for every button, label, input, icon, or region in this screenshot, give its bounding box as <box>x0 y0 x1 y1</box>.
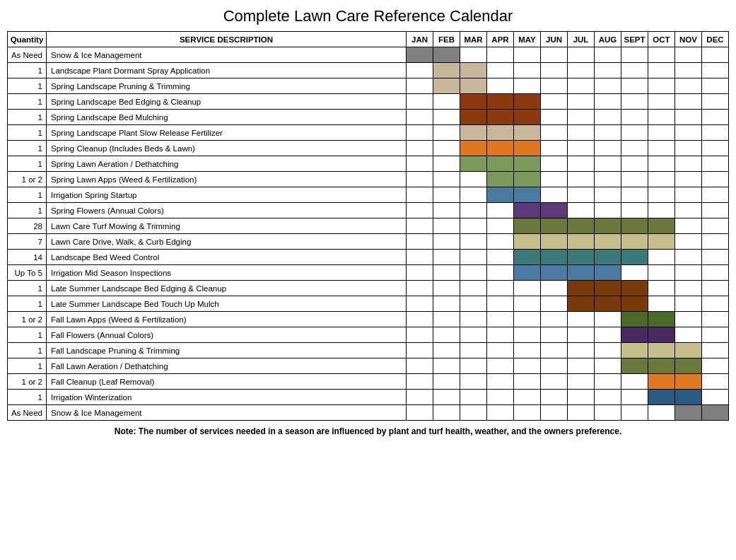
cell-2-7 <box>595 78 621 94</box>
cell-12-7 <box>595 234 621 250</box>
cell-13-9 <box>648 250 675 265</box>
cell-0-0 <box>407 47 433 63</box>
cell-9-11 <box>702 187 729 203</box>
cell-8-6 <box>568 172 595 187</box>
cell-19-4 <box>514 343 541 358</box>
cell-13-6 <box>568 250 595 265</box>
cell-11-10 <box>675 218 702 234</box>
cell-6-1 <box>433 141 460 156</box>
cell-4-4 <box>514 110 541 125</box>
cell-10-8 <box>621 203 648 218</box>
cell-13-10 <box>675 250 702 265</box>
header-qty: Quantity <box>8 32 47 47</box>
cell-9-3 <box>487 187 514 203</box>
cell-20-0 <box>407 358 433 374</box>
cell-13-11 <box>702 250 729 265</box>
cell-7-11 <box>702 156 729 172</box>
cell-1-9 <box>648 63 675 78</box>
cell-6-9 <box>648 141 675 156</box>
cell-14-4 <box>514 265 541 281</box>
cell-8-3 <box>487 172 514 187</box>
cell-20-7 <box>595 358 621 374</box>
cell-9-1 <box>433 187 460 203</box>
cell-14-11 <box>702 265 729 281</box>
cell-4-0 <box>407 110 433 125</box>
cell-21-8 <box>621 374 648 390</box>
cell-8-4 <box>514 172 541 187</box>
cell-6-3 <box>487 141 514 156</box>
cell-0-1 <box>433 47 460 63</box>
cell-6-11 <box>702 141 729 156</box>
cell-15-10 <box>675 281 702 296</box>
cell-11-8 <box>621 218 648 234</box>
cell-14-5 <box>541 265 568 281</box>
cell-5-7 <box>595 125 621 141</box>
cell-19-3 <box>487 343 514 358</box>
cell-1-0 <box>407 63 433 78</box>
row-desc-5: Spring Landscape Plant Slow Release Fert… <box>47 125 407 141</box>
row-desc-18: Fall Flowers (Annual Colors) <box>47 327 407 343</box>
cell-5-10 <box>675 125 702 141</box>
cell-3-4 <box>514 94 541 110</box>
cell-6-8 <box>621 141 648 156</box>
row-desc-16: Late Summer Landscape Bed Touch Up Mulch <box>47 296 407 312</box>
cell-18-0 <box>407 327 433 343</box>
cell-3-10 <box>675 94 702 110</box>
cell-23-10 <box>675 405 702 421</box>
cell-22-10 <box>675 390 702 405</box>
cell-7-7 <box>595 156 621 172</box>
cell-16-10 <box>675 296 702 312</box>
row-qty-9: 1 <box>8 187 47 203</box>
cell-13-8 <box>621 250 648 265</box>
cell-2-4 <box>514 78 541 94</box>
row-desc-9: Irrigation Spring Startup <box>47 187 407 203</box>
cell-2-6 <box>568 78 595 94</box>
cell-13-3 <box>487 250 514 265</box>
cell-3-9 <box>648 94 675 110</box>
cell-19-10 <box>675 343 702 358</box>
cell-14-0 <box>407 265 433 281</box>
row-qty-15: 1 <box>8 281 47 296</box>
cell-16-4 <box>514 296 541 312</box>
cell-21-1 <box>433 374 460 390</box>
cell-5-0 <box>407 125 433 141</box>
row-qty-7: 1 <box>8 156 47 172</box>
header-desc: SERVICE DESCRIPTION <box>47 32 407 47</box>
cell-6-2 <box>460 141 487 156</box>
cell-15-0 <box>407 281 433 296</box>
cell-16-2 <box>460 296 487 312</box>
cell-1-3 <box>487 63 514 78</box>
cell-9-10 <box>675 187 702 203</box>
cell-22-11 <box>702 390 729 405</box>
cell-5-3 <box>487 125 514 141</box>
cell-20-5 <box>541 358 568 374</box>
cell-7-1 <box>433 156 460 172</box>
row-qty-4: 1 <box>8 110 47 125</box>
cell-10-0 <box>407 203 433 218</box>
cell-10-9 <box>648 203 675 218</box>
cell-1-2 <box>460 63 487 78</box>
cell-23-2 <box>460 405 487 421</box>
header-oct: OCT <box>648 32 675 47</box>
row-qty-8: 1 or 2 <box>8 172 47 187</box>
cell-0-4 <box>514 47 541 63</box>
cell-18-2 <box>460 327 487 343</box>
row-qty-2: 1 <box>8 78 47 94</box>
cell-12-6 <box>568 234 595 250</box>
cell-8-10 <box>675 172 702 187</box>
cell-15-9 <box>648 281 675 296</box>
cell-12-10 <box>675 234 702 250</box>
cell-7-0 <box>407 156 433 172</box>
cell-8-9 <box>648 172 675 187</box>
cell-22-0 <box>407 390 433 405</box>
cell-1-6 <box>568 63 595 78</box>
cell-19-2 <box>460 343 487 358</box>
cell-17-1 <box>433 312 460 327</box>
row-desc-0: Snow & Ice Management <box>47 47 407 63</box>
cell-11-5 <box>541 218 568 234</box>
cell-16-5 <box>541 296 568 312</box>
cell-17-10 <box>675 312 702 327</box>
cell-18-8 <box>621 327 648 343</box>
cell-11-0 <box>407 218 433 234</box>
cell-21-7 <box>595 374 621 390</box>
